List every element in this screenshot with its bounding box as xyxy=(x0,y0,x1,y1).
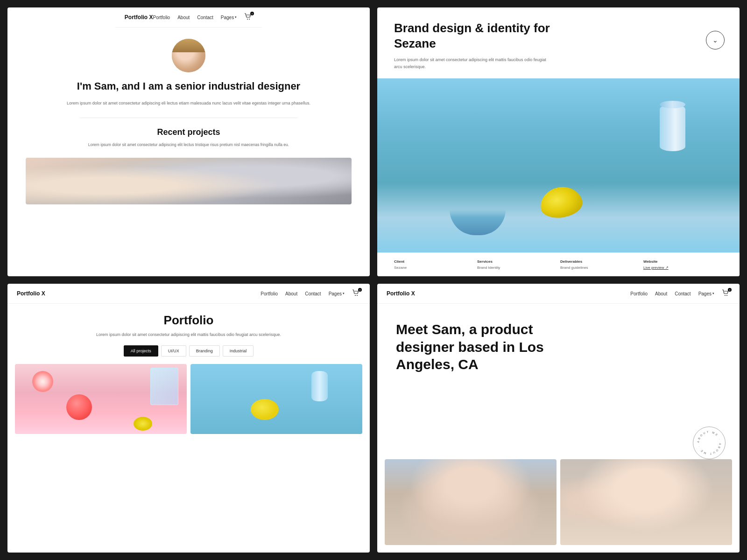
brand-logo-4[interactable]: Portfolio X xyxy=(387,290,415,297)
chevron-down-icon-4: ▾ xyxy=(712,292,714,295)
blue-cylinder-decoration xyxy=(311,371,328,401)
portfolio-card-2[interactable] xyxy=(190,364,362,434)
svg-point-3 xyxy=(357,295,358,296)
portfolio-grid xyxy=(7,364,370,553)
deliverables-label: Deliverables xyxy=(560,259,640,264)
svg-text:ABOUT ME · ABOUT ME · ABOUT ME: ABOUT ME · ABOUT ME · ABOUT ME · xyxy=(693,427,722,455)
nav-portfolio-3[interactable]: Portfolio xyxy=(261,291,278,296)
brand-header: Brand design & identity for Sezane Lorem… xyxy=(377,7,740,78)
nav-links-1: Portfolio About Contact Pages ▾ 0 xyxy=(153,13,253,21)
chevron-down-icon: ▾ xyxy=(235,15,237,19)
info-services: Services Brand Identity xyxy=(477,259,557,270)
photo-grid xyxy=(377,459,740,553)
nav-links-3: Portfolio About Contact Pages ▾ 0 xyxy=(261,289,360,298)
project-image-inner xyxy=(26,158,352,204)
filter-bar: All projects UI/UX Branding Industrial xyxy=(7,345,370,357)
portfolio-title: Portfolio xyxy=(7,313,370,328)
services-value: Brand Identity xyxy=(477,266,557,270)
divider xyxy=(80,118,297,118)
brand-description: Lorem ipsum dolor sit amet consectetur a… xyxy=(394,56,553,71)
nav-bar-4: Portfolio X Portfolio About Contact Page… xyxy=(377,284,740,304)
nav-contact-4[interactable]: Contact xyxy=(675,291,691,296)
lemon-small-decoration xyxy=(134,417,152,431)
sam-photo-1-image xyxy=(385,459,557,545)
nav-about-3[interactable]: About xyxy=(285,291,297,296)
meet-title: Meet Sam, a product designer based in Lo… xyxy=(396,321,545,373)
client-label: Client xyxy=(394,259,473,264)
bowl-decoration xyxy=(450,210,506,235)
stamp-circle: ABOUT ME · ABOUT ME · ABOUT ME · xyxy=(693,427,726,459)
info-website: Website Live preview ↗ xyxy=(643,259,723,270)
photo-sam-2 xyxy=(560,459,732,545)
deliverables-value: Brand guidelines xyxy=(560,266,640,270)
lemon-image-content xyxy=(377,78,740,252)
brand-title: Brand design & identity for Sezane xyxy=(394,21,562,51)
nav-portfolio-1[interactable]: Portfolio xyxy=(153,15,170,20)
grapefruit-decoration xyxy=(66,394,92,420)
client-value: Sezane xyxy=(394,266,473,270)
recent-projects-desc: Lorem ipsum dolor sit amet consectetur a… xyxy=(70,142,308,148)
live-preview-link[interactable]: Live preview ↗ xyxy=(643,266,723,270)
nav-pages-3[interactable]: Pages ▾ xyxy=(329,291,345,296)
panel-brand-detail: Brand design & identity for Sezane Lorem… xyxy=(377,7,740,276)
nav-portfolio-4[interactable]: Portfolio xyxy=(630,291,648,296)
svg-point-1 xyxy=(249,19,250,20)
nav-bar-3: Portfolio X Portfolio About Contact Page… xyxy=(7,284,370,304)
photo-sam-1 xyxy=(385,459,557,545)
nav-contact-3[interactable]: Contact xyxy=(305,291,321,296)
nav-links-4: Portfolio About Contact Pages ▾ 0 xyxy=(630,289,730,298)
nav-pages-4[interactable]: Pages ▾ xyxy=(698,291,714,296)
info-client: Client Sezane xyxy=(394,259,473,270)
svg-point-0 xyxy=(247,19,248,20)
cart-icon-3[interactable]: 0 xyxy=(352,289,360,298)
panel-portfolio: Portfolio X Portfolio About Contact Page… xyxy=(7,284,370,553)
lemon-decoration xyxy=(538,184,585,221)
hero-avatar xyxy=(172,39,205,72)
nav-about-1[interactable]: About xyxy=(177,15,190,20)
lemon-hero-image xyxy=(377,78,740,252)
recent-projects-title: Recent projects xyxy=(157,127,220,137)
svg-point-2 xyxy=(355,295,356,296)
panel-home-hero: Portfolio X Portfolio About Contact Page… xyxy=(7,7,370,276)
about-me-stamp[interactable]: ABOUT ME · ABOUT ME · ABOUT ME · xyxy=(693,427,726,459)
hero-title: I'm Sam, and I am a senior industrial de… xyxy=(58,80,319,93)
chevron-down-icon-3: ▾ xyxy=(343,292,345,295)
blue-lemon-decoration xyxy=(251,399,279,420)
cart-badge-4: 0 xyxy=(728,288,732,292)
info-deliverables: Deliverables Brand guidelines xyxy=(560,259,640,270)
project-info-bar: Client Sezane Services Brand Identity De… xyxy=(377,252,740,276)
nav-pages-1[interactable]: Pages ▾ xyxy=(221,15,237,20)
stamp-svg: ABOUT ME · ABOUT ME · ABOUT ME · xyxy=(693,427,725,459)
filter-uiux[interactable]: UI/UX xyxy=(161,345,186,357)
website-label: Website xyxy=(643,259,723,264)
cart-icon[interactable]: 0 xyxy=(244,13,253,21)
svg-point-5 xyxy=(726,295,727,296)
cart-badge: 0 xyxy=(250,12,254,15)
filter-branding[interactable]: Branding xyxy=(189,345,220,357)
brand-logo-3[interactable]: Portfolio X xyxy=(17,290,45,297)
portfolio-desc: Lorem ipsum dolor sit amet consectetur a… xyxy=(7,331,370,338)
brand-logo-1[interactable]: Portfolio X xyxy=(125,14,153,21)
filter-all-projects[interactable]: All projects xyxy=(124,345,158,357)
cart-badge-3: 0 xyxy=(358,288,362,292)
services-label: Services xyxy=(477,259,557,264)
scroll-down-button[interactable]: ⌄ xyxy=(706,31,725,49)
hero-subtitle: Lorem ipsum dolor sit amet consectetur a… xyxy=(39,100,338,106)
cylinder-decoration xyxy=(660,105,685,151)
svg-point-4 xyxy=(725,295,726,296)
grapefruit-slice-decoration xyxy=(32,371,53,392)
portfolio-card-1[interactable] xyxy=(15,364,187,434)
chevron-down-icon: ⌄ xyxy=(712,36,718,44)
project-image-strip xyxy=(26,158,352,204)
filter-industrial[interactable]: Industrial xyxy=(223,345,254,357)
nav-bar-1: Portfolio X Portfolio About Contact Page… xyxy=(115,7,262,28)
nav-contact-1[interactable]: Contact xyxy=(197,15,213,20)
nav-about-4[interactable]: About xyxy=(655,291,667,296)
panel-about: Portfolio X Portfolio About Contact Page… xyxy=(377,284,740,553)
meet-content: Meet Sam, a product designer based in Lo… xyxy=(377,304,740,459)
ice-cubes-decoration xyxy=(150,368,178,405)
sam-photo-2-image xyxy=(560,459,732,545)
cart-icon-4[interactable]: 0 xyxy=(722,289,730,298)
